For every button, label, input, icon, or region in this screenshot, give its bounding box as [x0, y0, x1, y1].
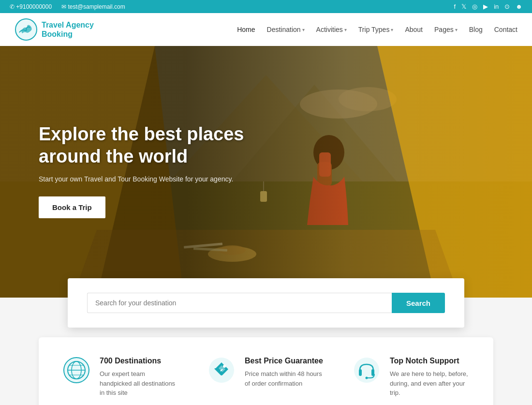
camera-icon[interactable]: ⊙	[504, 3, 510, 10]
nav-home[interactable]: Home	[237, 26, 255, 33]
user-icon[interactable]: ☻	[516, 3, 522, 10]
top-bar: ✆ +9100000000 ✉ test@samplemail.com f 𝕏 …	[0, 0, 532, 13]
feature-price-text: Best Price Guarantee Price match within …	[245, 357, 324, 388]
top-bar-left: ✆ +9100000000 ✉ test@samplemail.com	[10, 3, 125, 10]
instagram-icon[interactable]: ◎	[472, 3, 477, 10]
features-section: 700 Destinations Our expert team handpic…	[39, 337, 493, 405]
search-box: Search	[68, 278, 464, 328]
nav-about[interactable]: About	[405, 26, 423, 33]
phone-icon: ✆	[10, 3, 15, 10]
trip-types-chevron: ▾	[391, 27, 393, 32]
phone-number: +9100000000	[16, 3, 52, 10]
book-trip-button[interactable]: Book a Trip	[39, 196, 105, 218]
nav-contact[interactable]: Contact	[494, 26, 517, 33]
social-links: f 𝕏 ◎ ▶ in ⊙ ☻	[454, 3, 522, 10]
feature-price-desc: Price match within 48 hours of order con…	[245, 369, 324, 388]
globe-icon	[63, 357, 90, 384]
feature-destinations: 700 Destinations Our expert team handpic…	[63, 357, 179, 398]
header: Travel Agency Booking Home Destination ▾…	[0, 13, 532, 46]
destination-chevron: ▾	[302, 27, 305, 32]
pages-chevron: ▾	[455, 27, 458, 32]
logo-icon	[15, 18, 38, 41]
main-nav: Home Destination ▾ Activities ▾ Trip Typ…	[237, 26, 517, 33]
linkedin-icon[interactable]: in	[494, 3, 499, 10]
youtube-icon[interactable]: ▶	[483, 3, 488, 10]
nav-blog[interactable]: Blog	[469, 26, 483, 33]
headset-icon	[353, 357, 380, 384]
feature-support: Top Notch Support We are here to help, b…	[353, 357, 469, 398]
tag-icon	[208, 357, 235, 384]
hero-subtitle: Start your own Travel and Tour Booking W…	[39, 175, 290, 183]
feature-price-title: Best Price Guarantee	[245, 357, 324, 365]
email-info: ✉ test@samplemail.com	[61, 3, 125, 10]
twitter-icon[interactable]: 𝕏	[461, 3, 466, 10]
search-button[interactable]: Search	[392, 293, 445, 313]
phone-info: ✆ +9100000000	[10, 3, 52, 10]
feature-destinations-title: 700 Destinations	[100, 357, 179, 365]
activities-chevron: ▾	[344, 27, 347, 32]
facebook-icon[interactable]: f	[454, 3, 456, 10]
feature-support-text: Top Notch Support We are here to help, b…	[390, 357, 469, 398]
feature-price: Best Price Guarantee Price match within …	[208, 357, 324, 398]
svg-rect-31	[359, 369, 362, 376]
email-icon: ✉	[61, 3, 66, 10]
email-address: test@samplemail.com	[68, 3, 125, 10]
hero-title: Explore the best places around the world	[39, 123, 290, 167]
nav-destination[interactable]: Destination ▾	[267, 26, 305, 33]
feature-support-title: Top Notch Support	[390, 357, 469, 365]
search-input[interactable]	[87, 293, 392, 313]
hero-content: Explore the best places around the world…	[39, 123, 290, 218]
search-section: Search	[0, 278, 532, 328]
nav-trip-types[interactable]: Trip Types ▾	[358, 26, 394, 33]
feature-support-desc: We are here to help, before, during, and…	[390, 369, 469, 398]
nav-pages[interactable]: Pages ▾	[434, 26, 458, 33]
feature-destinations-desc: Our expert team handpicked all destinati…	[100, 369, 179, 398]
feature-destinations-text: 700 Destinations Our expert team handpic…	[100, 357, 179, 398]
svg-point-33	[366, 377, 368, 379]
logo-text: Travel Agency Booking	[42, 20, 94, 39]
hero-section: Explore the best places around the world…	[0, 46, 532, 298]
logo[interactable]: Travel Agency Booking	[15, 18, 94, 41]
nav-activities[interactable]: Activities ▾	[316, 26, 347, 33]
svg-point-28	[223, 365, 226, 368]
